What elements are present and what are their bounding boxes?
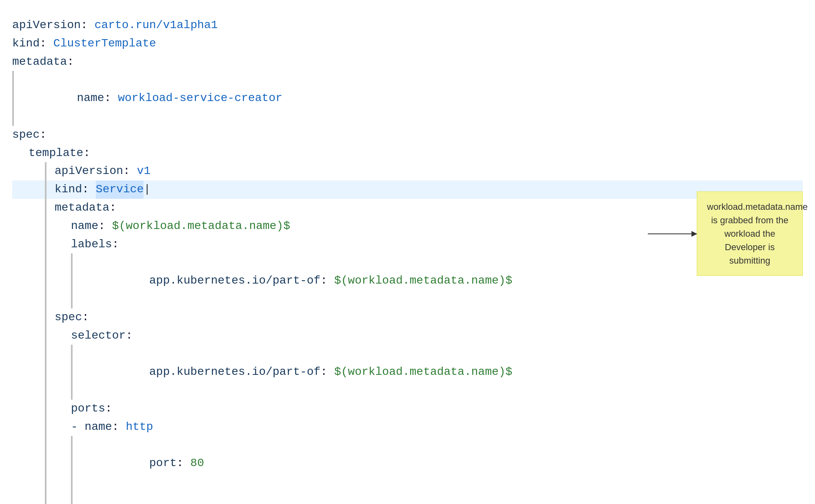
- key-template: template: [29, 144, 83, 163]
- key-name-template: name: [71, 217, 98, 235]
- code-line-3: metadata:: [12, 53, 803, 71]
- code-line-2: kind: ClusterTemplate: [12, 35, 803, 53]
- value-app-selector: $(workload.metadata.name)$: [334, 365, 512, 378]
- code-line-19: protocol: TCP: [55, 491, 238, 504]
- vertical-bar-16: [71, 436, 73, 491]
- code-line-18-wrapper: port: 80: [12, 436, 803, 491]
- code-line-6: template:: [12, 144, 803, 163]
- code-line-4: name: workload-service-creator: [12, 71, 803, 125]
- code-line-1: apiVersion: carto.run/v1alpha1: [12, 16, 803, 35]
- code-line-5: spec:: [12, 126, 803, 144]
- vertical-bar-12: [71, 345, 73, 399]
- key-spec-template: spec: [55, 308, 82, 327]
- code-line-15-wrapper: app.kubernetes.io/part-of: $(workload.me…: [12, 345, 803, 399]
- vertical-bar-14: [45, 418, 46, 436]
- key-apiVersion-template: apiVersion: [55, 162, 123, 180]
- key-kind-root: kind: [12, 35, 40, 53]
- code-line-7: apiVersion: v1: [55, 162, 150, 180]
- key-selector: selector: [71, 327, 126, 345]
- key-labels: labels: [71, 235, 112, 254]
- vertical-bar-9: [45, 308, 46, 327]
- key-app-labels: app.kubernetes.io/part-of: [149, 274, 320, 287]
- vertical-bar-6: [45, 235, 46, 254]
- value-apiVersion-root: carto.run/v1alpha1: [95, 16, 218, 35]
- key-name-port: - name: [71, 418, 112, 436]
- vertical-bar-15: [45, 436, 46, 491]
- value-kind-root: ClusterTemplate: [53, 35, 156, 53]
- key-spec-root: spec: [12, 126, 40, 144]
- key-port: port: [149, 457, 177, 469]
- value-app-labels: $(workload.metadata.name)$: [334, 274, 512, 287]
- annotation-text: workload.metadata.name is grabbed from t…: [707, 202, 808, 266]
- vertical-bar-7: [45, 253, 46, 308]
- vertical-bar-10: [45, 327, 46, 345]
- annotation-sticky-note: workload.metadata.name is grabbed from t…: [697, 191, 803, 276]
- vertical-bar-17: [45, 491, 46, 504]
- code-line-7-wrapper: apiVersion: v1: [12, 162, 803, 180]
- vertical-bar-11: [45, 345, 46, 399]
- key-kind-template: kind: [55, 180, 82, 199]
- code-line-12: app.kubernetes.io/part-of: $(workload.me…: [55, 253, 512, 308]
- annotation-arrow: [648, 233, 697, 234]
- key-ports: ports: [71, 400, 105, 418]
- vertical-bar-18: [71, 491, 73, 504]
- vertical-bar-3: [45, 180, 46, 199]
- value-kind-template-highlighted: Service: [96, 180, 144, 199]
- code-line-19-wrapper: protocol: TCP: [12, 491, 803, 504]
- code-line-17-wrapper: - name: http: [12, 418, 803, 436]
- code-line-11: labels:: [55, 235, 119, 254]
- code-line-13-wrapper: spec:: [12, 308, 803, 327]
- code-line-14: selector:: [55, 327, 133, 345]
- code-line-13: spec:: [55, 308, 89, 327]
- code-container: apiVersion: carto.run/v1alpha1 kind: Clu…: [12, 16, 803, 504]
- vertical-bar-2: [45, 162, 46, 180]
- key-app-selector: app.kubernetes.io/part-of: [149, 365, 320, 378]
- value-port: 80: [190, 457, 204, 469]
- cursor: |: [144, 180, 150, 199]
- value-name-metadata: workload-service-creator: [118, 92, 282, 104]
- vertical-bar-4: [45, 199, 46, 217]
- code-line-18: port: 80: [55, 436, 204, 491]
- key-metadata-root: metadata: [12, 53, 67, 71]
- value-name-port: http: [126, 418, 153, 436]
- code-line-10: name: $(workload.metadata.name)$: [55, 217, 290, 235]
- code-line-16: ports:: [55, 400, 112, 418]
- key-name-metadata: name: [77, 92, 104, 104]
- code-line-9: metadata:: [55, 199, 116, 217]
- code-line-14-wrapper: selector:: [12, 327, 803, 345]
- key-apiVersion-root: apiVersion: [12, 16, 81, 35]
- code-line-16-wrapper: ports:: [12, 400, 803, 418]
- vertical-bar-8: [71, 253, 73, 308]
- vertical-bar-5: [45, 217, 46, 235]
- vertical-bar-13: [45, 400, 46, 418]
- code-line-15: app.kubernetes.io/part-of: $(workload.me…: [55, 345, 512, 399]
- value-name-template: $(workload.metadata.name)$: [112, 217, 290, 235]
- vertical-bar: [12, 71, 14, 125]
- code-line-17: - name: http: [55, 418, 153, 436]
- key-metadata-template: metadata: [55, 199, 109, 217]
- annotation-wrapper: workload.metadata.name is grabbed from t…: [648, 191, 803, 276]
- value-apiVersion-template: v1: [137, 162, 151, 180]
